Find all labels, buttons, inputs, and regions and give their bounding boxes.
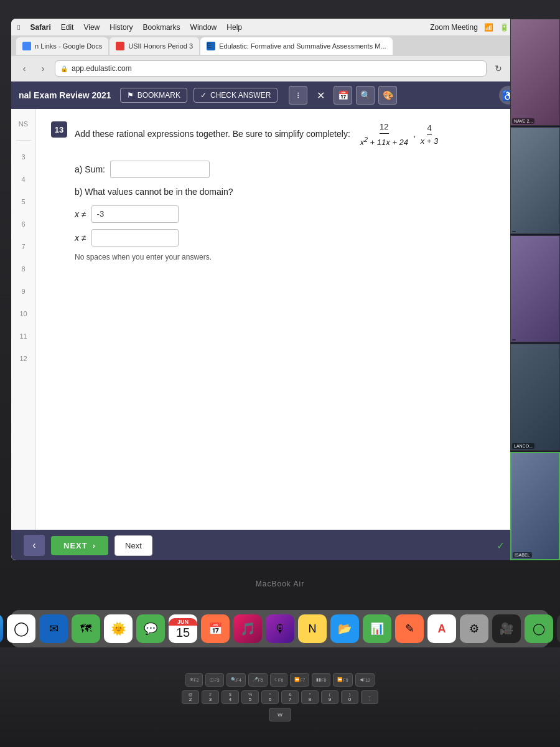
tab-usii-label: USII Honors Period 3: [128, 42, 193, 50]
dock-charts[interactable]: 📊: [363, 614, 391, 643]
key-f4[interactable]: 🔍F4: [226, 673, 246, 687]
menu-apple[interactable]: : [17, 23, 20, 32]
close-tool-btn[interactable]: ✕: [311, 86, 330, 105]
dock-settings[interactable]: ⚙: [460, 614, 488, 643]
key-f10[interactable]: ◀F10: [355, 673, 375, 687]
dock-finder[interactable]: 😀: [0, 614, 3, 643]
dock-music[interactable]: 🎵: [233, 614, 262, 643]
key-dash[interactable]: _-: [361, 690, 378, 704]
dock-system[interactable]: 🖥: [557, 614, 560, 643]
menu-bookmarks[interactable]: Bookmarks: [143, 23, 180, 32]
key-amp-7[interactable]: &7: [281, 690, 299, 704]
key-hash-3[interactable]: #3: [202, 690, 219, 704]
browser-forward-btn[interactable]: ›: [36, 62, 50, 75]
dock-files[interactable]: 📂: [330, 614, 359, 643]
sidebar-num-10[interactable]: 10: [15, 305, 32, 322]
dock-chrome[interactable]: ◯: [7, 614, 35, 643]
key-f8[interactable]: ▮▮F8: [312, 673, 330, 687]
sidebar-num-12[interactable]: 12: [15, 350, 32, 367]
answer-section: a) Sum: b) What values cannot be in the …: [75, 161, 534, 261]
exam-title: nal Exam Review 2021: [19, 90, 111, 100]
key-f3[interactable]: ◫F3: [205, 673, 223, 687]
dock-maps[interactable]: 🗺: [72, 614, 100, 643]
search-tool-btn[interactable]: 🔍: [356, 86, 375, 105]
sidebar-num-4[interactable]: 4: [15, 171, 32, 188]
paint-tool-btn[interactable]: 🎨: [378, 86, 397, 105]
tab-bar: n Links - Google Docs USII Honors Period…: [11, 36, 549, 56]
tab-google-docs[interactable]: n Links - Google Docs: [16, 37, 108, 55]
bottom-back-button[interactable]: ‹: [24, 535, 45, 556]
sidebar-num-5[interactable]: 5: [15, 193, 32, 210]
key-pct-5[interactable]: %5: [241, 690, 259, 704]
key-caret-6[interactable]: ^6: [261, 690, 279, 704]
question-area: 13 Add these rational expressions togeth…: [36, 109, 549, 530]
question-sidebar: NS 3 4 5 6 7 8 9 10 11 12: [11, 109, 36, 530]
dock-podcasts[interactable]: 🎙: [266, 614, 294, 643]
browser-back-btn[interactable]: ‹: [17, 62, 31, 75]
sidebar-num-6[interactable]: 6: [15, 215, 32, 233]
menu-history[interactable]: History: [110, 23, 133, 32]
zoom-label-2: [512, 231, 516, 232]
dock-notes[interactable]: N: [298, 614, 327, 643]
key-at-2[interactable]: @2: [182, 690, 199, 704]
fraction1: 12 x2 + 11x + 24: [360, 121, 408, 148]
neq-symbol-1: x ≠: [75, 209, 86, 219]
key-open-9[interactable]: (9: [321, 690, 338, 704]
dock-a-icon[interactable]: A: [427, 614, 456, 643]
dock-photos[interactable]: 🌞: [104, 614, 133, 643]
bottom-next-main-button[interactable]: NEXT ›: [51, 536, 108, 555]
key-f7[interactable]: ⏪F7: [290, 673, 309, 687]
tab-edulastic[interactable]: E Edulastic: Formative and Summative Ass…: [200, 37, 392, 55]
zoom-label-1: NAVE 2...: [512, 118, 534, 124]
question-text: Add these rational expressions together.…: [75, 121, 441, 148]
menu-help[interactable]: Help: [226, 23, 242, 32]
address-bar[interactable]: 🔒 app.edulastic.com: [55, 60, 487, 77]
domain-input-2[interactable]: [91, 229, 179, 247]
dock-camera[interactable]: 🎥: [492, 614, 521, 643]
sum-input[interactable]: [110, 161, 210, 178]
dock-messages[interactable]: 💬: [136, 614, 165, 643]
calendar-day: 15: [176, 626, 190, 640]
browser-refresh-btn[interactable]: ↻: [492, 62, 505, 75]
check-answer-button[interactable]: ✓ CHECK ANSWER: [194, 88, 278, 103]
bookmark-icon: ⚑: [127, 91, 134, 100]
macbook-label: MacBook Air: [256, 580, 304, 588]
sidebar-num-3[interactable]: 3: [15, 148, 32, 166]
key-f2[interactable]: ✼F2: [185, 673, 203, 687]
keyboard-num-row: @2 #3 $4 %5 ^6 &7 *8 (9 )0 _-: [182, 690, 378, 704]
key-f5[interactable]: 🎤F5: [248, 673, 268, 687]
calendar-tool-btn[interactable]: 📅: [334, 86, 352, 105]
bookmark-button[interactable]: ⚑ BOOKMARK: [120, 88, 187, 103]
key-w[interactable]: W: [269, 708, 291, 721]
bottom-next-button[interactable]: Next: [114, 535, 152, 556]
edu-content: NS 3 4 5 6 7 8 9 10 11 12 13: [11, 109, 549, 530]
dock-reminders[interactable]: 📅: [201, 614, 230, 643]
tab-usii[interactable]: USII Honors Period 3: [110, 37, 199, 55]
menu-window[interactable]: Window: [190, 23, 217, 32]
menu-app-name[interactable]: Safari: [30, 23, 50, 32]
dock-calendar[interactable]: JUN 15: [169, 614, 197, 643]
next-arrow-icon: ›: [93, 541, 96, 550]
domain-input-1[interactable]: [91, 205, 179, 223]
key-dollar-4[interactable]: $4: [222, 690, 239, 704]
sidebar-ns[interactable]: NS: [15, 115, 32, 133]
neq-symbol-2: x ≠: [75, 233, 86, 243]
hint-text: No spaces when you enter your answers.: [75, 253, 534, 261]
dock-green-circle[interactable]: ◯: [525, 614, 553, 643]
key-f9[interactable]: ⏩F9: [333, 673, 352, 687]
key-f6[interactable]: ☾F6: [270, 673, 287, 687]
domain-row-2: x ≠: [75, 229, 534, 247]
edulastic-app: nal Exam Review 2021 ⚑ BOOKMARK ✓ CHECK …: [11, 82, 549, 560]
menu-edit[interactable]: Edit: [61, 23, 74, 32]
dock-mail[interactable]: ✉: [39, 614, 68, 643]
sidebar-num-11[interactable]: 11: [15, 327, 32, 345]
sidebar-num-8[interactable]: 8: [15, 260, 32, 278]
menu-view[interactable]: View: [83, 23, 100, 32]
keyboard-w-row: W: [269, 708, 291, 721]
sidebar-num-9[interactable]: 9: [15, 283, 32, 300]
grid-tool-btn[interactable]: ⁝: [289, 86, 307, 105]
sidebar-num-7[interactable]: 7: [15, 238, 32, 255]
key-star-8[interactable]: *8: [301, 690, 319, 704]
key-close-0[interactable]: )0: [341, 690, 358, 704]
dock-pen[interactable]: ✎: [395, 614, 424, 643]
